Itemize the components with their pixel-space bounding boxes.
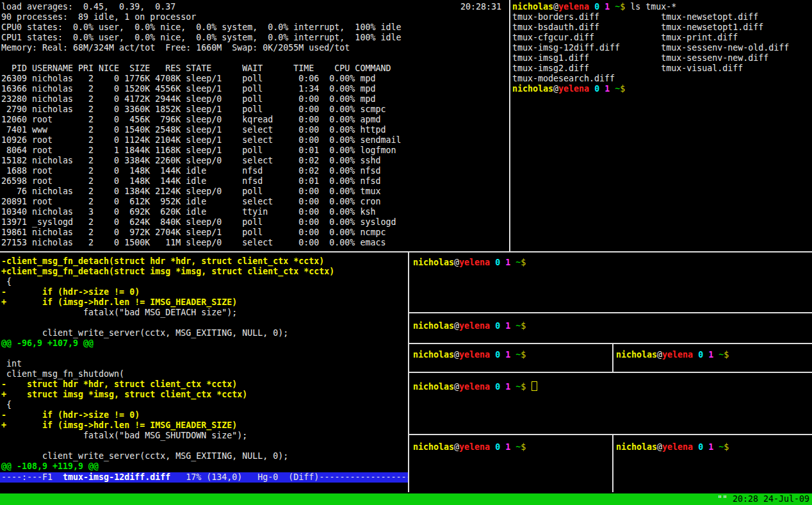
- prompt-host: yelena: [459, 382, 490, 392]
- prompt-at: @: [657, 442, 662, 452]
- prompt-host: yelena: [558, 2, 589, 12]
- tmux-screen: 20:28:31 load averages: 0.45, 0.39, 0.37…: [0, 0, 812, 505]
- diff-line: [1, 318, 408, 328]
- shell-prompt: nicholas@yelena 0 1 ~$: [413, 442, 612, 452]
- shell-pane-2[interactable]: nicholas@yelena 0 1 ~$: [409, 313, 812, 343]
- diff-line: -client_msg_fn_detach(struct hdr *hdr, s…: [1, 256, 408, 267]
- prompt-path: ~: [615, 2, 620, 12]
- prompt-num: 1: [708, 350, 713, 360]
- prompt-num: 1: [505, 350, 510, 360]
- prompt-user: nicholas: [413, 350, 454, 360]
- prompt-user: nicholas: [413, 442, 454, 452]
- process-table-rows: 26309 nicholas 2 0 1776K 4708K sleep/1 p…: [1, 74, 509, 248]
- top-clock: 20:28:31: [460, 2, 501, 12]
- diff-line: [1, 349, 408, 359]
- shell-pane-3[interactable]: nicholas@yelena 0 1 ~$: [409, 344, 612, 372]
- modeline-fill: --------------------: [319, 472, 408, 482]
- prompt-num: 0: [594, 84, 599, 94]
- diff-line: fatalx("bad MSG_SHUTDOWN size");: [1, 431, 408, 441]
- prompt-sigil: $: [521, 321, 526, 331]
- prompt-path: ~: [516, 382, 521, 392]
- shell-prompt: nicholas@yelena 0 1 ~$: [413, 350, 612, 360]
- prompt-at: @: [454, 382, 459, 392]
- shell-prompt: nicholas@yelena 0 1 ~$ ls tmux-*: [512, 2, 812, 12]
- prompt-num: 1: [505, 442, 510, 452]
- prompt-num: 1: [505, 258, 510, 267]
- prompt-sigil: $: [521, 382, 526, 392]
- diff-line: {: [1, 277, 408, 287]
- typed-command: ls tmux-*: [625, 2, 676, 12]
- shell-pane-ls[interactable]: nicholas@yelena 0 1 ~$ ls tmux-* tmux-bo…: [511, 0, 812, 251]
- prompt-path: ~: [615, 84, 620, 94]
- prompt-num: 0: [495, 350, 500, 360]
- modeline-filename: tmux-imsg-12diff.diff: [63, 472, 170, 482]
- prompt-at: @: [454, 258, 459, 267]
- shell-prompt: nicholas@yelena 0 1 ~$: [616, 442, 812, 452]
- prompt-num: 0: [495, 321, 500, 331]
- diff-line: + struct imsg *imsg, struct client_ctx *…: [1, 390, 408, 400]
- diff-line: + if (imsg->hdr.len != IMSG_HEADER_SIZE): [1, 420, 408, 431]
- ls-file-list: tmux-borders.diff tmux-newsetopt.diff tm…: [512, 12, 812, 84]
- prompt-user: nicholas: [512, 84, 553, 94]
- prompt-num: 1: [605, 2, 610, 12]
- prompt-host: yelena: [459, 350, 490, 360]
- prompt-host: yelena: [558, 84, 589, 94]
- shell-prompt: nicholas@yelena 0 1 ~$: [413, 381, 812, 392]
- shell-pane-6[interactable]: nicholas@yelena 0 1 ~$: [613, 435, 812, 492]
- blank-line: [1, 53, 509, 63]
- diff-content: -client_msg_fn_detach(struct hdr *hdr, s…: [0, 252, 408, 472]
- diff-line: - if (hdr->size != 0): [1, 287, 408, 297]
- shell-prompt: nicholas@yelena 0 1 ~$: [413, 258, 812, 268]
- prompt-num: 1: [605, 84, 610, 94]
- prompt-user: nicholas: [616, 350, 657, 360]
- diff-line: client_write_server(cctx, MSG_EXITING, N…: [1, 451, 408, 461]
- prompt-num: 0: [495, 258, 500, 267]
- prompt-sigil: $: [521, 350, 526, 360]
- emacs-pane[interactable]: -client_msg_fn_detach(struct hdr *hdr, s…: [0, 252, 408, 492]
- diff-line: - if (hdr->size != 0): [1, 410, 408, 420]
- diff-line: - struct hdr *hdr, struct client_ctx *cc…: [1, 379, 408, 390]
- modeline-info: 17% (134,0) Hg-0 (Diff): [170, 472, 319, 482]
- tmux-status-bar: [0] 0:irssi# 1:todo 2:ncmpc- 3:mutt 4:ss…: [0, 493, 812, 505]
- top-command-pane[interactable]: 20:28:31 load averages: 0.45, 0.39, 0.37…: [0, 0, 509, 251]
- prompt-num: 0: [698, 350, 703, 360]
- emacs-modeline: ----:---F1 tmux-imsg-12diff.diff 17% (13…: [0, 472, 408, 483]
- prompt-at: @: [657, 350, 662, 360]
- prompt-user: nicholas: [413, 382, 454, 392]
- prompt-user: nicholas: [616, 442, 657, 452]
- prompt-num: 1: [505, 321, 510, 331]
- prompt-host: yelena: [662, 350, 693, 360]
- shell-pane-4[interactable]: nicholas@yelena 0 1 ~$: [613, 344, 812, 372]
- prompt-path: ~: [516, 442, 521, 452]
- prompt-path: ~: [516, 321, 521, 331]
- prompt-num: 1: [708, 442, 713, 452]
- shell-pane-5[interactable]: nicholas@yelena 0 1 ~$: [409, 435, 612, 492]
- prompt-host: yelena: [662, 442, 693, 452]
- shell-pane-active[interactable]: nicholas@yelena 0 1 ~$: [409, 373, 812, 434]
- prompt-host: yelena: [459, 258, 490, 267]
- status-clock-date: "" 20:28 24-Jul-09: [717, 493, 809, 505]
- prompt-path: ~: [719, 350, 724, 360]
- top-info-lines: load averages: 0.45, 0.39, 0.37 90 proce…: [1, 2, 509, 53]
- status-segment: "": [717, 494, 733, 504]
- prompt-user: nicholas: [413, 321, 454, 331]
- prompt-path: ~: [516, 258, 521, 267]
- prompt-num: 1: [505, 382, 510, 392]
- prompt-at: @: [553, 84, 558, 94]
- modeline-prefix: ----:---F1: [1, 472, 63, 482]
- diff-line: client_msg_fn_shutdown(: [1, 369, 408, 379]
- prompt-sigil: $: [521, 258, 526, 267]
- diff-line: @@ -96,9 +107,9 @@: [1, 338, 408, 349]
- prompt-num: 0: [698, 442, 703, 452]
- diff-line: {: [1, 400, 408, 410]
- diff-line: @@ -108,9 +119,9 @@: [1, 461, 408, 472]
- prompt-num: 0: [594, 2, 599, 12]
- prompt-sigil: $: [521, 442, 526, 452]
- diff-line: + if (imsg->hdr.len != IMSG_HEADER_SIZE): [1, 297, 408, 308]
- emacs-minibuffer[interactable]: [0, 483, 408, 492]
- diff-line: [1, 441, 408, 451]
- shell-prompt: nicholas@yelena 0 1 ~$: [413, 321, 812, 331]
- pane-border-vertical-top: [509, 0, 510, 251]
- prompt-num: 0: [495, 442, 500, 452]
- shell-pane-1[interactable]: nicholas@yelena 0 1 ~$: [409, 252, 812, 312]
